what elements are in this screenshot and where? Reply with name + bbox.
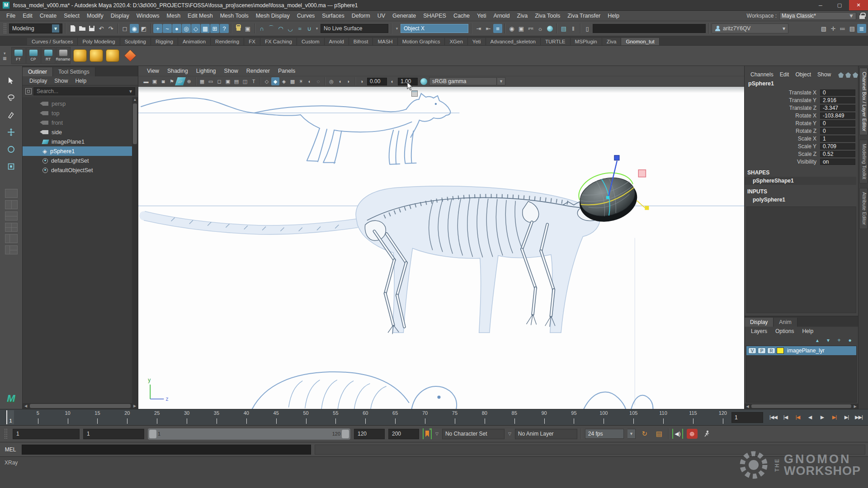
divider[interactable] [260,77,260,85]
layer-up-icon[interactable]: ▴ [814,337,821,344]
filter-icon[interactable] [25,88,32,94]
divider[interactable] [580,23,580,33]
select-by-hierarchy-icon[interactable]: ◻ [120,24,129,33]
chevron-down-icon[interactable]: ▼ [497,77,505,85]
shelf-tab[interactable]: Motion Graphics [398,38,445,45]
shelf-tab[interactable]: Rendering [211,38,244,45]
character-controls-toggle-icon[interactable]: ✛ [829,24,838,33]
menu-item[interactable]: SHAPES [420,13,450,19]
playback-start-field[interactable]: 1 [83,429,144,439]
use-all-lights-icon[interactable]: ☀ [297,77,305,85]
layer-editor-tab[interactable]: Display [745,318,774,327]
modeling-toolkit-toggle-icon[interactable]: ▧ [819,24,828,33]
menu-item[interactable]: Modify [83,13,107,19]
wireframe-on-shaded-icon[interactable]: ◈ [280,77,288,85]
render-current-frame-icon[interactable]: ▣ [517,24,526,33]
outliner-vertical-scrollbar[interactable]: ▲ [132,97,138,403]
scrollbar-thumb[interactable] [30,404,131,408]
outliner-menu-item[interactable]: Help [72,78,90,84]
rename-shelf-button[interactable]: Rename [56,47,71,64]
channel-menu-item[interactable]: Object [792,71,814,78]
fps-select[interactable]: 24 fps [585,429,624,439]
redo-icon[interactable]: ↷ [106,24,115,33]
shelf-tab[interactable]: MSPlugin [571,38,602,45]
playhead[interactable]: 1 [6,410,14,424]
render-view-icon[interactable]: ◉ [507,24,516,33]
live-surface-field[interactable]: No Live Surface [321,24,388,33]
menu-item[interactable]: Curves [293,13,319,19]
snap-to-point-icon[interactable]: ● [172,24,181,33]
scale-tool-button[interactable] [5,160,18,173]
menu-item[interactable]: UV [374,13,389,19]
magnet-point-icon[interactable]: ◠ [276,24,285,33]
user-account-select[interactable]: aritz7Y6QV ▾ [712,23,788,33]
gold-shelf-tool-3[interactable] [106,49,119,62]
menu-item[interactable]: Windows [133,13,163,19]
layout-four-pane-button[interactable] [5,223,18,232]
channel-menu-item[interactable]: Edit [777,71,793,78]
pause-icon[interactable]: ‖ [569,24,578,33]
workspace-select[interactable]: Maya Classic* ▼ [779,12,856,20]
shelf-tab[interactable]: Poly Modeling [78,38,120,45]
shelf-tab[interactable]: Curves / Surfaces [27,38,78,45]
channel-attribute-label[interactable]: Visibility [745,159,820,165]
sidebar-vertical-tab[interactable]: Channel Box / Layer Editor [859,68,868,135]
layer-name[interactable]: imagePlane_lyr [785,347,825,354]
menu-item[interactable]: Yeti [473,13,490,19]
snap-to-curve-icon[interactable]: ~ [163,24,172,33]
layer-visible-toggle[interactable]: V [748,347,756,354]
bookmark-icon[interactable]: ⚑ [168,77,176,85]
channel-attribute-field[interactable]: 2.916 [820,97,855,103]
highlight-selection-icon[interactable]: ▣ [243,24,252,33]
gate-mask-icon[interactable]: ▣ [224,77,232,85]
menu-item[interactable]: Cache [450,13,473,19]
pencil-icon[interactable] [853,72,858,78]
animation-end-field[interactable]: 200 [388,429,419,439]
scroll-up-icon[interactable]: ▲ [133,97,137,103]
field-chart-icon[interactable]: ▤ [232,77,241,85]
magnet-plane-icon[interactable]: ≈ [295,24,304,33]
layer-row[interactable]: V P R imagePlane_lyr [746,346,856,355]
viewport-menu-item[interactable]: Renderer [242,68,274,74]
output-connections-icon[interactable]: ⇤ [484,24,493,33]
channel-attribute-field[interactable]: 1 [820,136,855,142]
viewport-menu-item[interactable]: Lighting [192,68,220,74]
lock-selection-icon[interactable] [234,24,243,33]
layout-single-pane-button[interactable] [5,189,18,198]
color-management-icon[interactable] [420,78,427,85]
ft-shelf-button[interactable]: FT [11,47,26,64]
shelf-tab[interactable]: Arnold [325,38,349,45]
input-node-row[interactable]: polySphere1 [745,196,856,204]
channel-attribute-label[interactable]: Translate Z [745,105,820,111]
playback-end-field[interactable]: 120 [354,429,385,439]
gold-shelf-tool-2[interactable] [90,49,103,62]
chevron-down-icon[interactable]: ▽ [435,432,439,436]
grid-icon[interactable]: ▦ [198,77,206,85]
scroll-left-icon[interactable]: ◀ [23,404,29,408]
gamma-field[interactable]: 1.00 [398,78,418,85]
layout-three-pane-button[interactable] [5,245,18,254]
shelf-tab[interactable]: Bifrost [349,38,373,45]
xray-joints-icon[interactable]: ◗ [344,77,353,85]
shelf-menu-icon[interactable]: ▾ [3,52,7,55]
smooth-shade-icon[interactable]: ◆ [271,77,279,85]
shelf-tab[interactable]: Sculpting [120,38,151,45]
menu-item[interactable]: Ziva Tools [531,13,564,19]
current-time-field[interactable]: 1 [731,412,763,423]
outliner-menu-item[interactable]: Show [51,78,71,84]
scrollbar-thumb[interactable] [133,103,137,144]
outliner-item[interactable]: imagePlane1 [23,137,132,146]
layer-editor-tab[interactable]: Anim [774,318,797,327]
scrollbar-thumb[interactable] [751,404,851,408]
diamond-shelf-tool[interactable] [124,49,136,61]
resolution-gate-icon[interactable]: ◻ [215,77,223,85]
magnet-live-icon[interactable]: ∪ [305,24,314,33]
panel-tab[interactable]: Outliner [23,67,53,76]
input-line-field[interactable]: Object X [401,24,468,33]
snap-to-grid-icon[interactable]: + [153,24,162,33]
new-empty-layer-icon[interactable]: + [835,337,843,344]
layer-color-swatch[interactable] [777,347,784,354]
channel-attribute-label[interactable]: Scale Y [745,143,820,150]
range-start-handle[interactable] [149,430,156,438]
animation-preferences-icon[interactable] [701,429,712,439]
